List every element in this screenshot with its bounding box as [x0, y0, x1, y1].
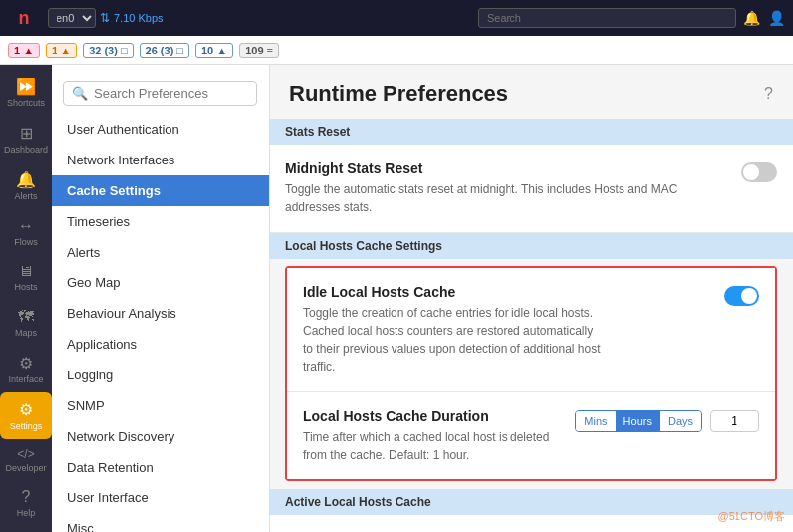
- sidebar-item-developer[interactable]: </> Developer: [0, 439, 52, 480]
- alert-badge-blue-2[interactable]: 26 (3) □: [140, 43, 189, 58]
- alert-badge-gray-1[interactable]: 109 ≡: [239, 43, 279, 58]
- flows-label: Flows: [14, 237, 38, 247]
- nav-item-behaviour-analysis[interactable]: Behaviour Analysis: [52, 298, 269, 329]
- nav-item-timeseries[interactable]: Timeseries: [52, 206, 269, 237]
- nav-item-network-interfaces[interactable]: Network Interfaces: [52, 145, 269, 175]
- nav-search-container: 🔍: [52, 73, 269, 114]
- midnight-reset-row: Midnight Stats Reset Toggle the automati…: [285, 160, 777, 216]
- cache-duration-row: Local Hosts Cache Duration Time after wh…: [303, 408, 759, 464]
- flows-icon: ↔: [18, 217, 34, 235]
- nav-item-applications[interactable]: Applications: [52, 329, 269, 360]
- shortcuts-icon: ⏩: [16, 77, 36, 96]
- maps-icon: 🗺: [18, 308, 34, 326]
- sidebar-item-hosts[interactable]: 🖥 Hosts: [0, 255, 52, 300]
- duration-mins-button[interactable]: Mins: [576, 411, 615, 431]
- idle-hosts-cache-title: Idle Local Hosts Cache: [303, 284, 724, 300]
- top-bar-icons: 🔔 👤: [743, 10, 785, 26]
- nav-item-user-auth[interactable]: User Authentication: [52, 114, 269, 145]
- alert-badge-blue-1[interactable]: 32 (3) □: [83, 43, 133, 58]
- help-label: Help: [17, 508, 36, 518]
- duration-value-input[interactable]: [710, 410, 759, 432]
- sidebar-item-help[interactable]: ? Help: [0, 480, 52, 526]
- dashboard-icon: ⊞: [20, 124, 33, 143]
- settings-label: Settings: [10, 421, 43, 431]
- interface-label: Interface: [8, 374, 43, 384]
- alerts-icon: 🔔: [16, 170, 36, 189]
- local-hosts-cache-header: Local Hosts Cache Settings: [270, 233, 793, 259]
- top-bar: n en0 ⇅ 7.10 Kbps 🔔 👤: [0, 0, 793, 36]
- nav-search-box: 🔍: [63, 81, 257, 106]
- idle-hosts-cache-row: Idle Local Hosts Cache Toggle the creati…: [303, 284, 759, 375]
- duration-hours-button[interactable]: Hours: [616, 411, 660, 431]
- shortcuts-label: Shortcuts: [7, 98, 45, 108]
- duration-controls: Mins Hours Days: [575, 410, 759, 432]
- nav-item-cache-settings[interactable]: Cache Settings: [52, 175, 269, 206]
- help-icon: ?: [22, 488, 31, 506]
- idle-hosts-cache-desc: Toggle the creation of cache entries for…: [303, 304, 720, 375]
- alert-badge-blue-3[interactable]: 10 ▲: [195, 43, 233, 58]
- nav-item-user-interface[interactable]: User Interface: [52, 482, 269, 513]
- active-cache-content: Toggle the creation of cache entries for…: [270, 515, 793, 532]
- interface-icon: ⚙: [19, 354, 33, 372]
- notification-icon[interactable]: 🔔: [743, 10, 760, 26]
- user-icon[interactable]: 👤: [768, 10, 785, 26]
- sidebar-item-alerts[interactable]: 🔔 Alerts: [0, 162, 52, 209]
- search-icon: 🔍: [72, 86, 88, 101]
- nav-item-network-discovery[interactable]: Network Discovery: [52, 421, 269, 452]
- sidebar-item-maps[interactable]: 🗺 Maps: [0, 300, 52, 346]
- content-header: Runtime Preferences ?: [270, 65, 793, 119]
- nav-item-alerts[interactable]: Alerts: [52, 237, 269, 267]
- idle-hosts-cache-info: Idle Local Hosts Cache Toggle the creati…: [303, 284, 724, 375]
- sidebar-item-shortcuts[interactable]: ⏩ Shortcuts: [0, 69, 52, 116]
- midnight-reset-desc: Toggle the automatic stats reset at midn…: [285, 180, 702, 216]
- sidebar-item-settings[interactable]: ⚙ Settings: [0, 392, 52, 439]
- nav-item-data-retention[interactable]: Data Retention: [52, 452, 269, 482]
- content-area: Runtime Preferences ? Stats Reset Midnig…: [270, 65, 793, 532]
- top-search-container: [478, 8, 736, 28]
- midnight-reset-info: Midnight Stats Reset Toggle the automati…: [285, 160, 741, 216]
- nav-sidebar: 🔍 User Authentication Network Interfaces…: [52, 65, 270, 532]
- icon-sidebar: ⏩ Shortcuts ⊞ Dashboard 🔔 Alerts ↔ Flows…: [0, 65, 52, 532]
- stats-reset-header: Stats Reset: [270, 119, 793, 145]
- nav-item-misc[interactable]: Misc: [52, 513, 269, 532]
- midnight-reset-toggle[interactable]: [741, 162, 777, 182]
- top-search-input[interactable]: [478, 8, 736, 28]
- cache-duration-info: Local Hosts Cache Duration Time after wh…: [303, 408, 575, 464]
- alerts-label: Alerts: [14, 191, 37, 201]
- alerts-bar: 1 ▲ 1 ▲ 32 (3) □ 26 (3) □ 10 ▲ 109 ≡: [0, 36, 793, 65]
- interface-select[interactable]: en0: [48, 8, 96, 28]
- idle-hosts-cache-content: Idle Local Hosts Cache Toggle the creati…: [287, 268, 775, 391]
- highlighted-cache-box: Idle Local Hosts Cache Toggle the creati…: [285, 266, 777, 481]
- traffic-arrows-icon: ⇅: [100, 11, 110, 25]
- main-layout: ⏩ Shortcuts ⊞ Dashboard 🔔 Alerts ↔ Flows…: [0, 65, 793, 532]
- page-title: Runtime Preferences: [289, 81, 508, 107]
- hosts-label: Hosts: [14, 282, 37, 292]
- sidebar-item-interface[interactable]: ⚙ Interface: [0, 346, 52, 392]
- watermark: @51CTO博客: [718, 509, 785, 524]
- settings-icon: ⚙: [19, 400, 33, 419]
- search-input[interactable]: [94, 86, 248, 101]
- nav-item-logging[interactable]: Logging: [52, 360, 269, 390]
- active-cache-header: Active Local Hosts Cache: [270, 489, 793, 515]
- midnight-reset-title: Midnight Stats Reset: [285, 160, 741, 176]
- cache-duration-desc: Time after which a cached local host is …: [303, 428, 575, 464]
- nav-item-geo-map[interactable]: Geo Map: [52, 267, 269, 298]
- developer-label: Developer: [5, 463, 46, 473]
- cache-duration-content: Local Hosts Cache Duration Time after wh…: [287, 391, 775, 479]
- nav-item-snmp[interactable]: SNMP: [52, 390, 269, 421]
- sidebar-item-dashboard[interactable]: ⊞ Dashboard: [0, 116, 52, 162]
- maps-label: Maps: [15, 328, 37, 338]
- sidebar-item-flows[interactable]: ↔ Flows: [0, 209, 52, 255]
- alert-badge-orange-1[interactable]: 1 ▲: [46, 43, 77, 58]
- stats-reset-content: Midnight Stats Reset Toggle the automati…: [270, 145, 793, 233]
- duration-days-button[interactable]: Days: [660, 411, 701, 431]
- app-logo: n: [8, 8, 40, 29]
- page-help-icon[interactable]: ?: [764, 85, 773, 103]
- hosts-icon: 🖥: [18, 263, 34, 280]
- developer-icon: </>: [17, 447, 34, 461]
- interface-selector[interactable]: en0 ⇅ 7.10 Kbps: [48, 8, 164, 28]
- dashboard-label: Dashboard: [4, 145, 48, 155]
- traffic-speed: 7.10 Kbps: [114, 12, 164, 24]
- idle-hosts-cache-toggle[interactable]: [724, 286, 759, 306]
- alert-badge-red-1[interactable]: 1 ▲: [8, 43, 40, 58]
